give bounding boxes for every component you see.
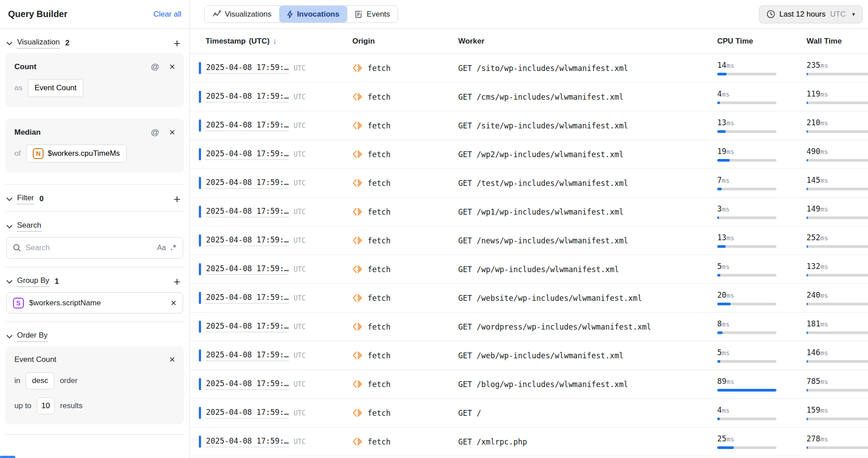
- timestamp-value[interactable]: 2025-04-08 17:59:…: [206, 207, 289, 217]
- filter-section-header[interactable]: Filter 0 +: [5, 192, 184, 209]
- table-row[interactable]: 2025-04-08 17:59:… UTC fetch GET /blog/w…: [190, 370, 868, 399]
- table-row[interactable]: 2025-04-08 17:59:… UTC fetch GET /xmlrpc…: [190, 427, 868, 456]
- chevron-down-icon: [6, 41, 13, 45]
- col-cpu-time[interactable]: CPU Time: [717, 37, 807, 46]
- event-count-alias-button[interactable]: Event Count: [28, 79, 83, 97]
- timestamp-value[interactable]: 2025-04-08 17:59:…: [206, 436, 289, 447]
- close-icon[interactable]: ×: [169, 63, 175, 71]
- visualization-section-header[interactable]: Visualization 2 +: [5, 36, 184, 53]
- table-row[interactable]: 2025-04-08 17:59:… UTC fetch GET /site/w…: [190, 111, 868, 140]
- tab-visualizations[interactable]: Visualizations: [205, 6, 279, 22]
- add-group-by-button[interactable]: +: [171, 277, 183, 286]
- close-icon[interactable]: ×: [169, 128, 175, 137]
- timestamp-value[interactable]: 2025-04-08 17:59:…: [206, 293, 289, 304]
- timestamp-timezone: UTC: [294, 150, 306, 159]
- table-row[interactable]: 2025-04-08 17:59:… UTC fetch GET /news/w…: [190, 226, 868, 255]
- fetch-origin-icon: [352, 235, 363, 246]
- worker-request: GET /website/wp-includes/wlwmanifest.xml: [458, 294, 717, 303]
- regex-icon[interactable]: .*: [171, 243, 176, 252]
- main-panel: Visualizations Invocations ?: [190, 0, 868, 458]
- origin-value: fetch: [368, 380, 390, 389]
- caret-down-icon: ▾: [852, 11, 855, 18]
- wall-time-unit: ms: [820, 177, 828, 184]
- fetch-origin-icon: [352, 350, 363, 361]
- table-row[interactable]: 2025-04-08 17:59:… UTC fetch GET / 4 ms …: [190, 399, 868, 427]
- sort-descending-icon[interactable]: ↓: [273, 36, 277, 46]
- time-range-timezone: UTC: [830, 10, 846, 19]
- top-toolbar: Visualizations Invocations ?: [190, 0, 868, 29]
- timestamp-value[interactable]: 2025-04-08 17:59:…: [206, 264, 289, 275]
- tab-invocations[interactable]: Invocations: [279, 6, 347, 22]
- timestamp-value[interactable]: 2025-04-08 17:59:…: [206, 63, 289, 74]
- wall-time-bar: [807, 101, 868, 104]
- divider: [5, 434, 184, 435]
- scrolled-button-stub[interactable]: [0, 456, 15, 458]
- group-by-section: Group By 1 + S $workers.scriptName ×: [0, 267, 189, 322]
- worker-request: GET /wp/wp-includes/wlwmanifest.xml: [458, 265, 717, 274]
- table-row[interactable]: 2025-04-08 17:59:… UTC fetch GET /test/w…: [190, 169, 868, 198]
- timestamp-value[interactable]: 2025-04-08 17:59:…: [206, 92, 289, 102]
- timestamp-timezone: UTC: [294, 208, 306, 216]
- cpu-time-bar: [717, 159, 776, 162]
- table-row[interactable]: 2025-04-08 17:59:… UTC fetch GET /sito/w…: [190, 54, 868, 83]
- table-row[interactable]: 2025-04-08 17:59:… UTC fetch GET /wp1/wp…: [190, 198, 868, 226]
- close-icon[interactable]: ×: [171, 299, 176, 307]
- row-accent-bar: [199, 148, 201, 160]
- col-origin[interactable]: Origin: [352, 37, 458, 46]
- timestamp-value[interactable]: 2025-04-08 17:59:…: [206, 120, 289, 131]
- search-section-header[interactable]: Search: [5, 219, 184, 236]
- as-label: as: [14, 84, 22, 92]
- row-accent-bar: [199, 91, 201, 103]
- wall-time-value: 146: [807, 348, 820, 357]
- sort-direction-button[interactable]: desc: [26, 372, 54, 389]
- add-visualization-button[interactable]: +: [171, 39, 183, 48]
- origin-value: fetch: [368, 409, 390, 418]
- wall-time-bar: [807, 446, 868, 449]
- tab-label: Events: [367, 10, 390, 19]
- search-input[interactable]: [26, 243, 153, 252]
- timestamp-value[interactable]: 2025-04-08 17:59:…: [206, 149, 289, 160]
- origin-value: fetch: [368, 437, 390, 446]
- tab-events[interactable]: ? Events: [347, 6, 398, 22]
- timestamp-value[interactable]: 2025-04-08 17:59:…: [206, 379, 289, 390]
- lightning-bolt-icon: [287, 10, 293, 18]
- wall-time-bar: [807, 130, 868, 133]
- table-row[interactable]: 2025-04-08 17:59:… UTC fetch GET /wp/wp-…: [190, 255, 868, 284]
- col-wall-time[interactable]: Wall Time: [807, 37, 868, 46]
- wall-time-value: 159: [807, 405, 820, 414]
- time-range-selector[interactable]: Last 12 hours UTC ▾: [759, 5, 863, 23]
- timestamp-value[interactable]: 2025-04-08 17:59:…: [206, 178, 289, 189]
- timestamp-value[interactable]: 2025-04-08 17:59:…: [206, 408, 289, 418]
- order-by-section-header[interactable]: Order By: [5, 329, 184, 346]
- group-by-item[interactable]: S $workers.scriptName ×: [6, 292, 183, 313]
- row-accent-bar: [199, 177, 201, 189]
- table-row[interactable]: 2025-04-08 17:59:… UTC fetch GET /web/wp…: [190, 341, 868, 370]
- match-case-icon[interactable]: Aa: [157, 244, 166, 252]
- group-by-section-header[interactable]: Group By 1 +: [5, 274, 184, 291]
- clear-all-link[interactable]: Clear all: [153, 10, 181, 19]
- table-row[interactable]: 2025-04-08 17:59:… UTC fetch GET /websit…: [190, 284, 868, 313]
- col-timestamp[interactable]: Timestamp: [206, 37, 245, 46]
- timestamp-value[interactable]: 2025-04-08 17:59:…: [206, 350, 289, 361]
- origin-value: fetch: [368, 121, 390, 130]
- cpu-time-unit: ms: [726, 292, 734, 299]
- wall-time-bar: [807, 418, 868, 420]
- add-filter-button[interactable]: +: [171, 194, 183, 203]
- origin-value: fetch: [368, 92, 390, 101]
- col-worker[interactable]: Worker: [458, 37, 717, 46]
- group-by-count: 1: [55, 277, 59, 286]
- table-row[interactable]: 2025-04-08 17:59:… UTC fetch GET /wp2/wp…: [190, 140, 868, 169]
- visualization-section: Visualization 2 + Count @ × as Event Cou…: [0, 29, 189, 185]
- order-by-card: Event Count × in desc order up to result…: [5, 346, 184, 424]
- timestamp-value[interactable]: 2025-04-08 17:59:…: [206, 235, 289, 246]
- table-row[interactable]: 2025-04-08 17:59:… UTC fetch GET /cms/wp…: [190, 83, 868, 111]
- limit-input[interactable]: [39, 401, 53, 410]
- at-mention-icon[interactable]: @: [151, 128, 159, 137]
- at-mention-icon[interactable]: @: [151, 62, 159, 72]
- row-accent-bar: [199, 263, 201, 275]
- median-field-button[interactable]: N $workers.cpuTimeMs: [26, 145, 127, 163]
- table-row[interactable]: 2025-04-08 17:59:… UTC fetch GET /wordpr…: [190, 313, 868, 341]
- close-icon[interactable]: ×: [169, 356, 175, 364]
- time-range-label: Last 12 hours: [780, 10, 826, 19]
- timestamp-value[interactable]: 2025-04-08 17:59:…: [206, 321, 289, 332]
